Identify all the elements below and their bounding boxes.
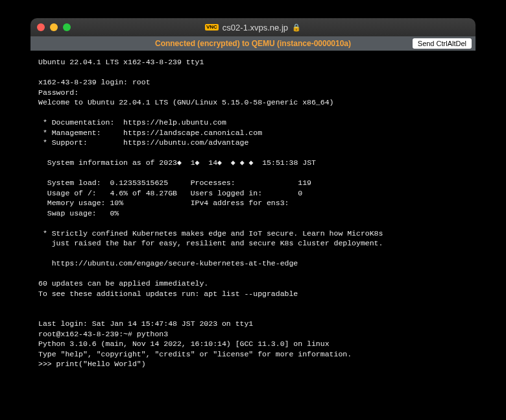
vnc-badge-icon: VNC xyxy=(205,24,219,31)
send-ctrl-alt-del-button[interactable]: Send CtrlAltDel xyxy=(413,38,472,49)
connection-status: Connected (encrypted) to QEMU (instance-… xyxy=(155,39,351,48)
status-bar: Connected (encrypted) to QEMU (instance-… xyxy=(30,36,476,51)
zoom-icon[interactable] xyxy=(63,23,71,31)
window-title: cs02-1.xvps.ne.jp xyxy=(223,23,288,32)
window-title-group: VNC cs02-1.xvps.ne.jp 🔒 xyxy=(205,23,301,32)
terminal-viewport[interactable]: Ubuntu 22.04.1 LTS x162-43-8-239 tty1 x1… xyxy=(30,51,476,395)
close-icon[interactable] xyxy=(37,23,45,31)
minimize-icon[interactable] xyxy=(50,23,58,31)
traffic-lights xyxy=(37,23,71,31)
lock-icon: 🔒 xyxy=(292,23,301,32)
vnc-window: VNC cs02-1.xvps.ne.jp 🔒 Connected (encry… xyxy=(30,18,476,395)
titlebar: VNC cs02-1.xvps.ne.jp 🔒 xyxy=(30,18,476,36)
